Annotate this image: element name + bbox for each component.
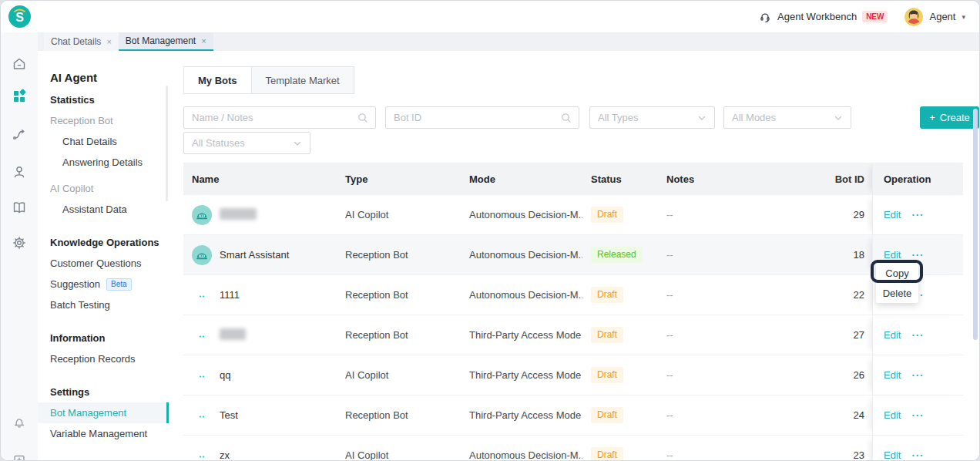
status-badge: Draft xyxy=(591,447,623,461)
apps-icon[interactable] xyxy=(11,88,28,105)
bot-id-search-input[interactable] xyxy=(386,107,579,128)
edit-link[interactable]: Edit xyxy=(884,409,901,421)
status-badge: Released xyxy=(591,247,643,262)
bot-name: zx xyxy=(220,449,230,461)
table-row[interactable]: 1111 Reception Bot Autonomous Decision-M… xyxy=(183,275,963,315)
mode-filter-select[interactable]: All Modes xyxy=(723,106,851,129)
sidebar-item-statistics[interactable]: Statistics xyxy=(38,89,169,110)
bot-id: 29 xyxy=(800,195,872,234)
table-row[interactable]: zx AI Copilot Autonomous Decision-M... D… xyxy=(183,436,963,461)
robot-head-avatar-icon xyxy=(192,446,212,461)
sidebar-item-knowledge-operations[interactable]: Knowledge Operations xyxy=(38,232,169,253)
user-menu[interactable]: Agent ▾ xyxy=(904,8,965,26)
more-actions-button[interactable]: ··· xyxy=(911,449,924,461)
bots-table: Name Type Mode Status Notes Bot ID Opera… xyxy=(183,163,963,461)
sidebar-item-customer-questions[interactable]: Customer Questions xyxy=(38,253,169,274)
home-icon[interactable] xyxy=(11,56,28,72)
sidebar-item-chat-details[interactable]: Chat Details xyxy=(38,131,169,152)
main-scrollbar[interactable] xyxy=(973,109,978,340)
context-menu-item-copy[interactable]: Copy xyxy=(876,263,918,283)
col-name: Name xyxy=(183,163,337,195)
sidebar-item-bot-management[interactable]: Bot Management xyxy=(38,402,169,423)
more-actions-button[interactable]: ··· xyxy=(911,209,924,220)
robot-head-avatar-icon xyxy=(192,365,212,385)
table-row[interactable]: qq AI Copilot Third-Party Access Mode Dr… xyxy=(183,355,963,395)
sidebar-item-assistant-data[interactable]: Assistant Data xyxy=(38,199,169,220)
brand-logo[interactable]: S xyxy=(8,5,31,28)
settings-gear-icon[interactable] xyxy=(11,234,28,251)
robot-head-avatar-icon xyxy=(192,285,212,305)
sidebar-item-settings[interactable]: Settings xyxy=(38,382,169,402)
edit-link[interactable]: Edit xyxy=(884,209,901,220)
sidebar-item-information[interactable]: Information xyxy=(38,328,169,348)
bot-type: AI Copilot xyxy=(337,355,461,395)
table-row[interactable]: Reception Bot Third-Party Access Mode Dr… xyxy=(183,315,963,355)
bot-id: 22 xyxy=(800,275,872,315)
name-notes-search-input[interactable] xyxy=(184,107,375,128)
close-icon[interactable]: × xyxy=(106,37,111,46)
bot-mode: Third-Party Access Mode xyxy=(461,355,582,395)
beta-badge: Beta xyxy=(106,278,132,291)
chevron-down-icon: ▾ xyxy=(962,13,965,21)
bot-notes: -- xyxy=(658,195,800,234)
edit-link[interactable]: Edit xyxy=(884,369,901,381)
contacts-icon[interactable] xyxy=(11,163,28,180)
status-badge: Draft xyxy=(591,327,623,342)
filter-bar: All Types All Modes + Create xyxy=(183,106,851,129)
type-filter-select[interactable]: All Types xyxy=(589,106,715,129)
tab-bot-management[interactable]: Bot Management × xyxy=(119,32,213,51)
edit-link[interactable]: Edit xyxy=(884,249,901,261)
table-row[interactable]: Test Reception Bot Third-Party Access Mo… xyxy=(183,395,963,436)
sidebar-item-label: Settings xyxy=(50,386,89,398)
dome-bot-avatar-icon xyxy=(192,245,212,265)
sidebar-item-ai-copilot: AI Copilot xyxy=(38,178,169,199)
sidebar-item-label: Information xyxy=(50,332,106,344)
more-actions-button[interactable]: ··· xyxy=(911,409,924,421)
close-icon[interactable]: × xyxy=(201,36,206,45)
table-row[interactable]: AI Copilot Autonomous Decision-M... Draf… xyxy=(183,195,963,235)
notifications-bell-icon[interactable] xyxy=(11,413,28,430)
more-actions-button[interactable]: ··· xyxy=(911,249,924,261)
more-actions-button[interactable]: ··· xyxy=(911,329,924,341)
context-menu-item-delete[interactable]: Delete xyxy=(876,283,918,303)
edit-link[interactable]: Edit xyxy=(884,329,901,341)
table-row[interactable]: Smart Assistant Reception Bot Autonomous… xyxy=(183,235,963,275)
sidebar-item-answering-details[interactable]: Answering Details xyxy=(38,152,169,173)
sidebar-item-batch-testing[interactable]: Batch Testing xyxy=(38,294,169,315)
sidebar-scrollbar[interactable] xyxy=(166,86,168,201)
sidebar-title: AI Agent xyxy=(38,65,169,89)
downloads-icon[interactable] xyxy=(11,452,28,461)
bot-type: Reception Bot xyxy=(337,315,461,355)
sidebar-item-label: Suggestion xyxy=(50,278,100,290)
bot-notes: -- xyxy=(658,275,800,315)
bot-id: 27 xyxy=(800,315,872,355)
sidebar-item-suggestion[interactable]: SuggestionBeta xyxy=(38,274,169,294)
sidebar-item-label: Reception Records xyxy=(50,353,136,365)
sidebar-item-label: Bot Management xyxy=(50,407,126,419)
tab-chat-details[interactable]: Chat Details × xyxy=(44,32,119,51)
sidebar: AI Agent StatisticsReception BotChat Det… xyxy=(38,51,169,460)
knowledge-book-icon[interactable] xyxy=(11,199,28,216)
more-actions-button[interactable]: ··· xyxy=(911,369,924,381)
sidebar-item-reception-records[interactable]: Reception Records xyxy=(38,348,169,369)
search-icon[interactable] xyxy=(560,112,572,124)
bot-mode: Autonomous Decision-M... xyxy=(461,436,582,461)
tab-template-market[interactable]: Template Market xyxy=(252,66,354,94)
context-menu: CopyDelete xyxy=(876,263,918,303)
top-bar: S Agent Workbench NEW xyxy=(1,1,979,32)
tab-my-bots[interactable]: My Bots xyxy=(183,66,252,94)
sidebar-item-variable-management[interactable]: Variable Management xyxy=(38,423,169,444)
flow-icon[interactable] xyxy=(11,126,28,143)
status-filter-value: All Statuses xyxy=(192,137,245,149)
search-icon[interactable] xyxy=(357,112,369,124)
status-filter-select[interactable]: All Statuses xyxy=(183,132,310,154)
col-mode: Mode xyxy=(461,163,582,195)
bot-notes: -- xyxy=(658,235,800,274)
bot-mode: Autonomous Decision-M... xyxy=(461,275,582,315)
bot-name xyxy=(220,208,257,222)
bot-mode: Third-Party Access Mode xyxy=(461,395,582,435)
edit-link[interactable]: Edit xyxy=(884,449,901,461)
logo-arc-icon xyxy=(8,5,31,28)
agent-workbench-button[interactable]: Agent Workbench NEW xyxy=(758,10,888,24)
create-button[interactable]: + Create xyxy=(920,106,979,129)
